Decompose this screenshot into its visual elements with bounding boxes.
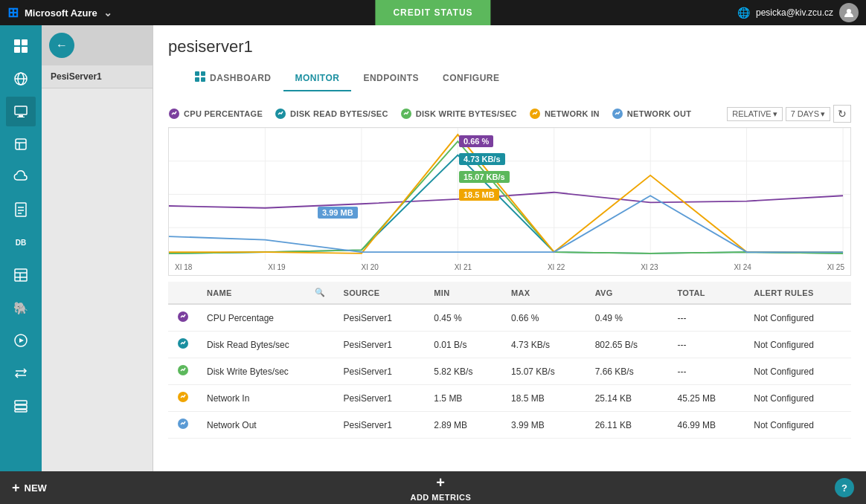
svg-rect-3 <box>14 47 20 53</box>
svg-marker-23 <box>19 338 24 343</box>
row-name-0: CPU Percentage <box>198 304 335 332</box>
svg-rect-27 <box>15 405 27 409</box>
language-icon[interactable]: 🌐 <box>737 7 750 19</box>
svg-rect-26 <box>15 401 27 404</box>
svg-rect-14 <box>16 203 26 216</box>
svg-rect-4 <box>22 47 28 53</box>
tab-dashboard[interactable]: DASHBOARD <box>183 65 283 91</box>
refresh-button[interactable]: ↻ <box>833 105 851 123</box>
tab-monitor[interactable]: MONITOR <box>283 65 352 91</box>
relative-dropdown[interactable]: RELATIVE ▾ <box>727 107 782 121</box>
row-avg-2: 7.66 KB/s <box>586 358 669 385</box>
avatar[interactable] <box>839 3 859 22</box>
sidebar-icon-storage[interactable] <box>6 391 36 421</box>
legend-disk-read[interactable]: DISK READ BYTES/SEC <box>275 108 388 120</box>
chart-legend: CPU PERCENTAGE DISK READ BYTES/SEC DISK … <box>168 97 851 127</box>
svg-rect-29 <box>195 71 199 76</box>
brand-area: ⊞ Microsoft Azure ⌄ <box>7 4 112 21</box>
svg-rect-2 <box>22 39 28 45</box>
row-max-1: 4.73 KB/s <box>502 332 586 358</box>
row-source-1: PesiServer1 <box>335 332 426 358</box>
svg-rect-8 <box>15 106 27 114</box>
table-header-row: NAME 🔍 SOURCE MIN MAX AVG TOTAL ALERT RU… <box>168 282 851 304</box>
svg-rect-10 <box>17 117 25 117</box>
sidebar-icon-transfer[interactable] <box>6 358 36 388</box>
row-avg-0: 0.49 % <box>586 304 669 332</box>
relative-chevron-icon: ▾ <box>773 109 777 119</box>
add-metrics-button[interactable]: + ADD METRICS <box>410 474 471 502</box>
sidebar-icon-monitor[interactable] <box>6 97 36 126</box>
sidebar-icon-document[interactable] <box>6 195 36 224</box>
tab-bar: DASHBOARD MONITOR ENDPOINTS CONFIGURE <box>168 65 851 91</box>
help-button[interactable]: ? <box>835 478 854 497</box>
new-button[interactable]: + NEW <box>12 480 47 496</box>
secondary-sidebar-header: ← <box>42 25 153 65</box>
svg-rect-9 <box>19 115 23 117</box>
x-label-7: XI 24 <box>734 263 751 272</box>
th-source: SOURCE <box>335 282 426 304</box>
bottom-bar: + NEW + ADD METRICS ? <box>0 471 866 504</box>
topbar: ⊞ Microsoft Azure ⌄ CREDIT STATUS 🌐 pesi… <box>0 0 866 25</box>
user-area: 🌐 pesicka@kiv.zcu.cz <box>737 3 859 22</box>
row-min-0: 0.45 % <box>425 304 502 332</box>
x-label-6: XI 23 <box>641 263 658 272</box>
table-search-icon[interactable]: 🔍 <box>315 288 325 297</box>
tooltip-disk-write: 15.07 KB/s <box>459 171 510 183</box>
credit-status-button[interactable]: CREDIT STATUS <box>375 0 490 25</box>
chart-section: CPU PERCENTAGE DISK READ BYTES/SEC DISK … <box>153 97 866 504</box>
row-min-4: 2.89 MB <box>425 412 502 439</box>
x-label-1: XI 18 <box>175 263 192 272</box>
row-max-2: 15.07 KB/s <box>502 358 586 385</box>
row-indicator-0 <box>168 304 198 332</box>
row-alert-3: Not Configured <box>745 385 851 412</box>
tab-endpoints[interactable]: ENDPOINTS <box>351 65 431 91</box>
brand-logo: ⊞ <box>7 4 19 21</box>
row-avg-1: 802.65 B/s <box>586 332 669 358</box>
page-title: pesiserver1 <box>168 37 851 56</box>
row-max-4: 3.99 MB <box>502 412 586 439</box>
row-total-1: --- <box>669 332 745 358</box>
th-alert-rules: ALERT RULES <box>745 282 851 304</box>
add-metrics-plus-icon: + <box>436 474 445 491</box>
th-indicator <box>168 282 198 304</box>
legend-network-out[interactable]: NETWORK OUT <box>612 108 691 120</box>
row-total-2: --- <box>669 358 745 385</box>
table-row: Network Out PesiServer1 2.89 MB 3.99 MB … <box>168 412 851 439</box>
legend-network-in[interactable]: NETWORK IN <box>529 108 600 120</box>
row-min-3: 1.5 MB <box>425 385 502 412</box>
legend-cpu[interactable]: CPU PERCENTAGE <box>168 108 263 120</box>
legend-controls: RELATIVE ▾ 7 DAYS ▾ ↻ <box>727 105 851 123</box>
sidebar-icon-cloud[interactable] <box>6 162 36 192</box>
row-name-2: Disk Write Bytes/sec <box>198 358 335 385</box>
sidebar-icon-play[interactable] <box>6 326 36 355</box>
row-total-0: --- <box>669 304 745 332</box>
row-alert-4: Not Configured <box>745 412 851 439</box>
sidebar-item-pesiserver1[interactable]: PesiServer1 <box>42 65 153 88</box>
row-alert-1: Not Configured <box>745 332 851 358</box>
sidebar-icon-table[interactable] <box>6 260 36 290</box>
sidebar-icon-elephant[interactable]: 🐘 <box>6 293 36 323</box>
tab-configure[interactable]: CONFIGURE <box>431 65 512 91</box>
credit-status-area: CREDIT STATUS <box>375 0 490 25</box>
x-label-5: XI 22 <box>548 263 565 272</box>
sidebar-icon-globe[interactable] <box>6 64 36 94</box>
th-name: NAME 🔍 <box>198 282 335 304</box>
content-header: pesiserver1 DASHBOARD MONITOR ENDPOINTS … <box>153 25 866 97</box>
row-indicator-1 <box>168 332 198 358</box>
legend-disk-write[interactable]: DISK WRITE BYTES/SEC <box>400 108 517 120</box>
brand-name: Microsoft Azure <box>25 7 97 19</box>
row-name-1: Disk Read Bytes/sec <box>198 332 335 358</box>
sidebar-icon-grid[interactable] <box>6 31 36 61</box>
sidebar-icon-database[interactable]: DB <box>6 227 36 257</box>
row-source-2: PesiServer1 <box>335 358 426 385</box>
sidebar-icon-package[interactable] <box>6 129 36 159</box>
row-min-2: 5.82 KB/s <box>425 358 502 385</box>
table-row: Disk Read Bytes/sec PesiServer1 0.01 B/s… <box>168 332 851 358</box>
row-alert-2: Not Configured <box>745 358 851 385</box>
row-avg-4: 26.11 KB <box>586 412 669 439</box>
th-max: MAX <box>502 282 586 304</box>
days-dropdown[interactable]: 7 DAYS ▾ <box>786 107 830 121</box>
back-button[interactable]: ← <box>49 33 74 58</box>
svg-rect-32 <box>201 77 205 82</box>
topbar-chevron-icon[interactable]: ⌄ <box>103 7 112 19</box>
